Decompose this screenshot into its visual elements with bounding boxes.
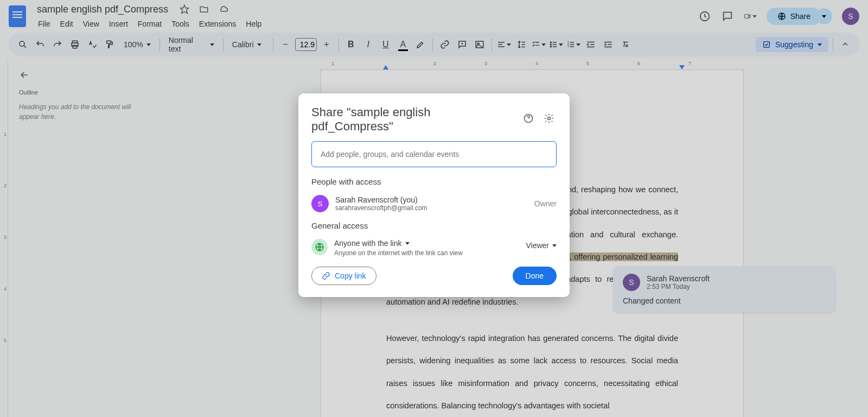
owner-avatar: S xyxy=(311,195,329,212)
copy-link-button[interactable]: Copy link xyxy=(311,267,376,285)
general-access-label: General access xyxy=(298,221,570,236)
access-type-select[interactable]: Anyone with the link xyxy=(334,239,519,248)
general-access-row: Anyone with the link Anyone on the inter… xyxy=(298,236,570,267)
people-with-access-label: People with access xyxy=(298,177,570,192)
link-icon xyxy=(322,271,330,280)
dialog-title: Share "sample english pdf_Compress" xyxy=(311,105,515,134)
public-icon xyxy=(311,239,328,255)
chevron-down-icon xyxy=(552,244,557,247)
share-dialog: Share "sample english pdf_Compress" Peop… xyxy=(298,93,570,297)
gear-icon[interactable] xyxy=(544,113,557,126)
chevron-down-icon xyxy=(405,242,410,245)
access-description: Anyone on the internet with the link can… xyxy=(334,249,519,257)
owner-name: Sarah Ravenscroft (you) xyxy=(335,195,528,204)
access-role-select[interactable]: Viewer xyxy=(526,241,557,250)
done-button[interactable]: Done xyxy=(513,267,557,285)
svg-point-19 xyxy=(548,117,551,120)
owner-role: Owner xyxy=(534,199,557,208)
add-people-field[interactable] xyxy=(311,141,557,167)
person-row: S Sarah Ravenscroft (you) sarahravenscro… xyxy=(298,192,570,221)
owner-email: sarahravenscroftph@gmail.com xyxy=(335,204,528,212)
add-people-input[interactable] xyxy=(321,150,547,159)
help-icon[interactable] xyxy=(523,113,536,126)
